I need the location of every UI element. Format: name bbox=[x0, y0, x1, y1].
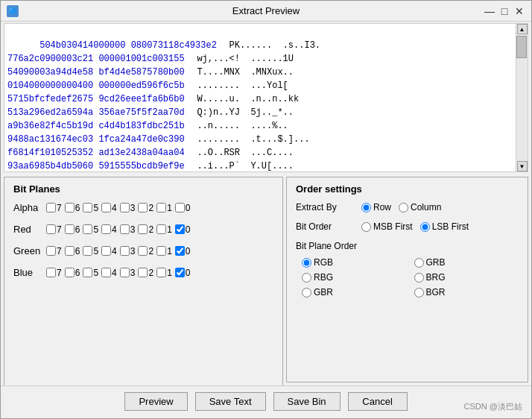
blue-bit-7[interactable]: 7 bbox=[46, 268, 62, 278]
bpo-brg-option[interactable]: BRG bbox=[414, 272, 519, 283]
bpo-rbg-option[interactable]: RBG bbox=[302, 272, 407, 283]
red-6-checkbox[interactable] bbox=[65, 224, 75, 234]
bpo-rgb-radio[interactable] bbox=[302, 258, 311, 268]
red-3-checkbox[interactable] bbox=[120, 224, 130, 234]
blue-bit-1[interactable]: 1 bbox=[156, 268, 172, 278]
red-bit-4[interactable]: 4 bbox=[101, 224, 117, 235]
green-5-checkbox[interactable] bbox=[83, 246, 92, 256]
blue-bit-0[interactable]: 0 bbox=[175, 268, 191, 278]
red-bit-7[interactable]: 7 bbox=[46, 224, 62, 235]
green-bit-4[interactable]: 4 bbox=[101, 246, 117, 256]
green-0-checkbox[interactable] bbox=[175, 246, 185, 256]
alpha-bit-4[interactable]: 4 bbox=[101, 203, 117, 213]
green-bit-2[interactable]: 2 bbox=[138, 246, 153, 256]
red-4-checkbox[interactable] bbox=[101, 224, 111, 234]
bpo-bgr-radio[interactable] bbox=[414, 288, 424, 297]
blue-bit-5[interactable]: 5 bbox=[83, 268, 98, 278]
blue-bit-6[interactable]: 6 bbox=[65, 268, 80, 278]
red-bit-3[interactable]: 3 bbox=[120, 224, 136, 235]
green-1-checkbox[interactable] bbox=[156, 246, 166, 256]
alpha-1-checkbox[interactable] bbox=[156, 203, 166, 212]
save-bin-button[interactable]: Save Bin bbox=[273, 392, 341, 411]
green-4-checkbox[interactable] bbox=[101, 246, 111, 256]
extract-by-column-option[interactable]: Column bbox=[399, 202, 441, 212]
alpha-bit-0[interactable]: 0 bbox=[175, 203, 191, 213]
red-7-checkbox[interactable] bbox=[46, 224, 56, 234]
alpha-bit-5[interactable]: 5 bbox=[83, 203, 98, 213]
blue-bit-2[interactable]: 2 bbox=[138, 268, 153, 278]
green-bit-3[interactable]: 3 bbox=[120, 246, 136, 256]
red-bit-0[interactable]: 0 bbox=[175, 224, 191, 235]
lsb-first-radio[interactable] bbox=[420, 222, 430, 232]
blue-bit-3[interactable]: 3 bbox=[120, 268, 136, 278]
red-1-checkbox[interactable] bbox=[156, 224, 166, 234]
bpo-grb-radio[interactable] bbox=[414, 258, 424, 268]
alpha-bit-1[interactable]: 1 bbox=[156, 203, 172, 213]
green-bit-5[interactable]: 5 bbox=[83, 246, 98, 256]
bpo-bgr-label: BGR bbox=[426, 287, 446, 297]
red-bit-1[interactable]: 1 bbox=[156, 224, 172, 235]
green-bit-0[interactable]: 0 bbox=[175, 246, 191, 256]
green-7-checkbox[interactable] bbox=[46, 246, 56, 256]
bpo-grb-option[interactable]: GRB bbox=[414, 257, 519, 268]
green-bit-1[interactable]: 1 bbox=[156, 246, 172, 256]
red-5-checkbox[interactable] bbox=[83, 224, 92, 234]
scrollbar-track[interactable] bbox=[516, 34, 528, 161]
blue-4-checkbox[interactable] bbox=[101, 268, 111, 277]
blue-bit-4[interactable]: 4 bbox=[101, 268, 117, 278]
scrollbar-thumb[interactable] bbox=[516, 36, 527, 58]
bpo-gbr-radio[interactable] bbox=[302, 288, 311, 297]
alpha-5-checkbox[interactable] bbox=[83, 203, 92, 212]
bpo-rbg-label: RBG bbox=[314, 272, 333, 283]
alpha-bit-3[interactable]: 3 bbox=[120, 203, 136, 213]
bpo-gbr-option[interactable]: GBR bbox=[302, 287, 407, 297]
preview-button[interactable]: Preview bbox=[124, 392, 187, 411]
blue-7-checkbox[interactable] bbox=[46, 268, 56, 277]
bit-plane-order-grid: RGB GRB RBG BRG bbox=[296, 257, 519, 297]
preview-scrollbar[interactable]: ▲ ▼ bbox=[516, 24, 528, 171]
extract-by-column-radio[interactable] bbox=[399, 203, 408, 212]
green-6-checkbox[interactable] bbox=[65, 246, 75, 256]
green-bit-6[interactable]: 6 bbox=[65, 246, 80, 256]
alpha-4-checkbox[interactable] bbox=[101, 203, 111, 212]
scroll-down-arrow[interactable]: ▼ bbox=[517, 161, 528, 171]
extract-by-row-radio[interactable] bbox=[361, 203, 371, 212]
red-bit-2[interactable]: 2 bbox=[138, 224, 153, 235]
alpha-0-checkbox[interactable] bbox=[175, 203, 185, 212]
cancel-button[interactable]: Cancel bbox=[348, 392, 408, 411]
red-2-checkbox[interactable] bbox=[138, 224, 148, 234]
green-3-checkbox[interactable] bbox=[120, 246, 130, 256]
green-2-checkbox[interactable] bbox=[138, 246, 148, 256]
alpha-7-checkbox[interactable] bbox=[46, 203, 56, 212]
alpha-3-checkbox[interactable] bbox=[120, 203, 130, 212]
minimize-button[interactable]: — bbox=[484, 5, 495, 17]
msb-first-radio[interactable] bbox=[361, 222, 371, 232]
alpha-6-checkbox[interactable] bbox=[65, 203, 75, 212]
alpha-bit-7[interactable]: 7 bbox=[46, 203, 62, 213]
lsb-first-option[interactable]: LSB First bbox=[420, 221, 469, 232]
blue-5-checkbox[interactable] bbox=[83, 268, 92, 277]
red-0-checkbox[interactable] bbox=[175, 224, 185, 234]
red-bit-5[interactable]: 5 bbox=[83, 224, 98, 235]
blue-3-checkbox[interactable] bbox=[120, 268, 130, 277]
maximize-button[interactable]: □ bbox=[498, 5, 510, 17]
extract-by-row-option[interactable]: Row bbox=[361, 202, 391, 212]
red-bit-6[interactable]: 6 bbox=[65, 224, 80, 235]
close-button[interactable]: ✕ bbox=[513, 5, 525, 17]
green-bit-7[interactable]: 7 bbox=[46, 246, 62, 256]
msb-first-option[interactable]: MSB First bbox=[361, 221, 413, 232]
alpha-bit-6[interactable]: 6 bbox=[65, 203, 80, 213]
blue-2-checkbox[interactable] bbox=[138, 268, 148, 277]
blue-0-checkbox[interactable] bbox=[175, 268, 185, 277]
alpha-bit-2[interactable]: 2 bbox=[138, 203, 153, 213]
red-checkboxes: 7 6 5 4 3 2 1 0 bbox=[46, 224, 191, 235]
bpo-rbg-radio[interactable] bbox=[302, 273, 311, 283]
scroll-up-arrow[interactable]: ▲ bbox=[517, 24, 528, 34]
blue-6-checkbox[interactable] bbox=[65, 268, 75, 277]
bpo-rgb-option[interactable]: RGB bbox=[302, 257, 407, 268]
bpo-brg-radio[interactable] bbox=[414, 273, 424, 283]
alpha-2-checkbox[interactable] bbox=[138, 203, 148, 212]
save-text-button[interactable]: Save Text bbox=[195, 392, 266, 411]
blue-1-checkbox[interactable] bbox=[156, 268, 166, 277]
bpo-bgr-option[interactable]: BGR bbox=[414, 287, 519, 297]
